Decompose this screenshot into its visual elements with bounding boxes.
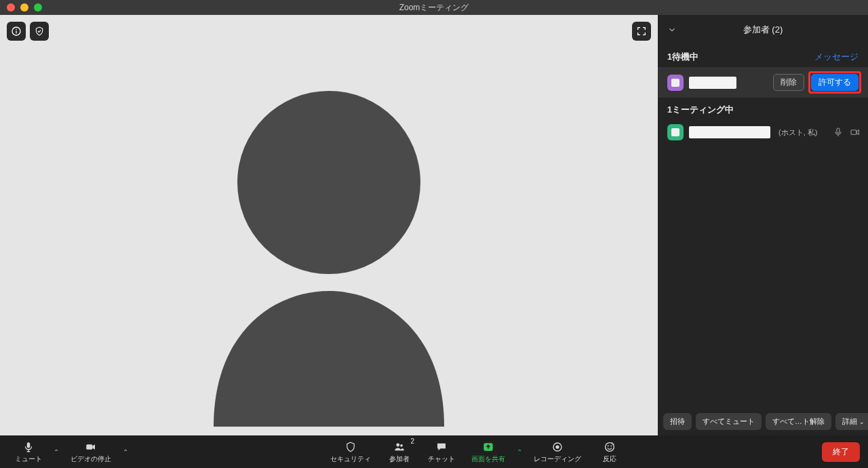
waiting-room-header: 1待機中 メッセージ	[658, 45, 868, 67]
recording-button[interactable]: レコーディング	[527, 439, 588, 465]
shield-check-icon	[34, 26, 45, 37]
stop-video-label: ビデオの停止	[71, 454, 111, 464]
camera-icon	[849, 127, 861, 138]
participant-name	[689, 126, 770, 138]
svg-rect-7	[86, 444, 92, 450]
avatar-placeholder	[173, 74, 485, 427]
svg-point-1	[16, 29, 17, 31]
panel-header: 参加者 (2)	[658, 15, 868, 45]
panel-title: 参加者 (2)	[743, 24, 783, 36]
video-area	[0, 15, 658, 435]
smile-icon	[604, 441, 616, 453]
admit-highlight: 許可する	[808, 71, 861, 94]
share-screen-button[interactable]: 画面を共有	[465, 439, 512, 465]
window-title: Zoomミーティング	[0, 2, 868, 14]
chat-button[interactable]: チャット	[421, 439, 462, 465]
waiting-participant-row[interactable]: 削除 許可する	[658, 67, 868, 98]
people-icon	[392, 441, 407, 453]
recording-label: レコーディング	[534, 454, 581, 464]
panel-collapse-button[interactable]	[667, 25, 677, 35]
avatar	[667, 75, 684, 91]
security-button[interactable]: セキュリティ	[323, 439, 378, 465]
panel-footer: 招待 すべてミュート すべて…ト解除 詳細⌄	[658, 408, 868, 435]
video-icon	[84, 441, 98, 453]
reactions-label: 反応	[603, 454, 616, 464]
message-waiting-link[interactable]: メッセージ	[814, 52, 859, 63]
share-screen-label: 画面を共有	[471, 454, 505, 464]
mute-options-caret[interactable]: ⌃	[52, 448, 61, 456]
svg-rect-2	[16, 31, 16, 33]
participants-panel: 参加者 (2) 1待機中 メッセージ 削除 許可する 1ミーティング中 (ホスト…	[658, 15, 868, 435]
participant-meta: (ホスト, 私)	[778, 128, 817, 138]
share-screen-icon	[481, 440, 495, 454]
admit-button[interactable]: 許可する	[811, 74, 859, 91]
participants-button[interactable]: 2 参加者	[380, 439, 418, 465]
unmute-all-button[interactable]: すべて…ト解除	[766, 413, 831, 430]
svg-point-3	[237, 91, 420, 274]
in-meeting-participant-row[interactable]: (ホスト, 私)	[658, 120, 868, 144]
info-icon	[11, 26, 22, 37]
share-options-caret[interactable]: ⌃	[515, 448, 524, 456]
mute-all-button[interactable]: すべてミュート	[696, 413, 762, 430]
mute-label: ミュート	[15, 454, 42, 464]
svg-point-8	[396, 443, 399, 446]
participants-count: 2	[410, 437, 414, 445]
record-icon	[551, 441, 564, 453]
chat-label: チャット	[428, 454, 455, 464]
participants-label: 参加者	[389, 454, 410, 464]
svg-point-15	[610, 445, 612, 446]
microphone-icon	[22, 441, 35, 453]
video-options-caret[interactable]: ⌃	[121, 448, 130, 456]
in-meeting-label: 1ミーティング中	[667, 104, 734, 116]
shield-icon	[344, 441, 357, 453]
encryption-button[interactable]	[30, 22, 49, 41]
microphone-icon	[833, 127, 844, 138]
chat-icon	[435, 441, 448, 453]
stop-video-button[interactable]: ビデオの停止	[64, 439, 118, 465]
participant-name	[689, 77, 736, 89]
reactions-button[interactable]: 反応	[591, 439, 629, 465]
waiting-room-label: 1待機中	[667, 52, 698, 63]
remove-button[interactable]: 削除	[773, 74, 804, 91]
invite-button[interactable]: 招待	[663, 413, 692, 430]
in-meeting-header: 1ミーティング中	[658, 98, 868, 120]
meeting-info-button[interactable]	[7, 22, 26, 41]
security-label: セキュリティ	[330, 454, 371, 464]
svg-point-13	[606, 442, 614, 451]
more-button[interactable]: 詳細⌄	[835, 413, 868, 430]
svg-point-12	[555, 445, 559, 448]
svg-rect-4	[837, 128, 840, 133]
fullscreen-icon	[636, 26, 647, 37]
meeting-toolbar: ミュート ⌃ ビデオの停止 ⌃ セキュリティ 2 参加者 チャット 画面を共有 …	[0, 435, 868, 468]
mute-button[interactable]: ミュート	[8, 439, 49, 465]
svg-point-9	[400, 444, 403, 446]
svg-rect-5	[851, 130, 856, 135]
end-meeting-button[interactable]: 終了	[822, 442, 860, 462]
window-titlebar: Zoomミーティング	[0, 0, 868, 15]
svg-point-14	[608, 445, 609, 446]
avatar	[667, 124, 684, 140]
fullscreen-button[interactable]	[632, 22, 651, 41]
chevron-down-icon	[667, 25, 677, 35]
svg-rect-6	[27, 442, 31, 448]
